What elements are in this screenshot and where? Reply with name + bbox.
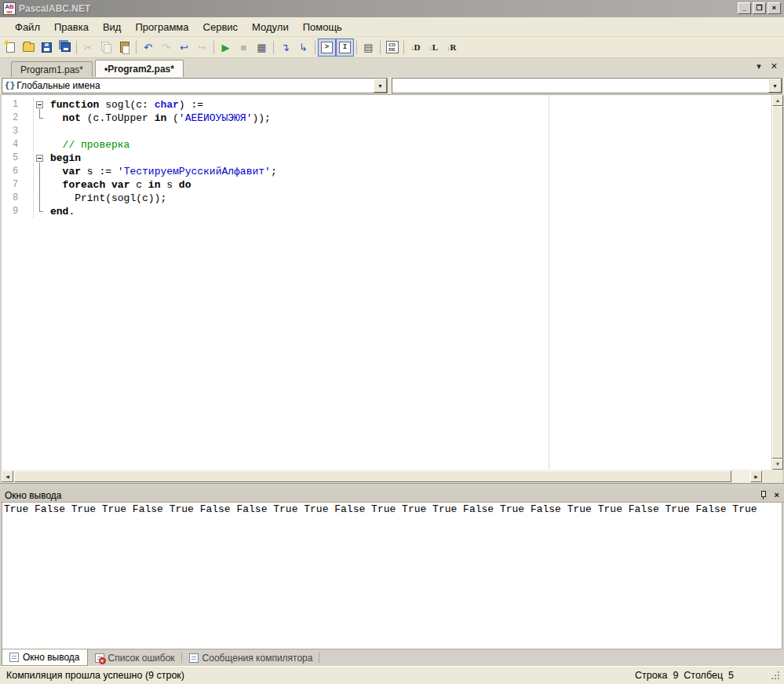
code-structure-button[interactable]: ▤ bbox=[359, 38, 377, 57]
step-into-button-icon: ↳ bbox=[299, 42, 308, 53]
menu-item-4[interactable]: Программа bbox=[128, 19, 195, 35]
scrollbar-corner bbox=[763, 470, 782, 483]
editor-tab-1[interactable]: Program1.pas* bbox=[11, 61, 93, 77]
run-button-icon: ▶ bbox=[222, 42, 230, 53]
scope-combobox-arrow-icon[interactable]: ▼ bbox=[374, 79, 387, 93]
fold-margin[interactable] bbox=[33, 152, 46, 165]
copy-button bbox=[97, 38, 115, 57]
menu-item-1[interactable]: Файл bbox=[8, 19, 47, 35]
goto-realization-button-icon: ↓R bbox=[447, 43, 457, 52]
menu-item-3[interactable]: Вид bbox=[96, 19, 129, 35]
code-line-9: 9end. bbox=[2, 205, 771, 218]
scroll-right-button[interactable]: ▶ bbox=[750, 470, 762, 482]
panel-splitter[interactable] bbox=[0, 483, 784, 488]
toolbar-separator bbox=[76, 41, 77, 54]
code-snippet-button[interactable]: CODE bbox=[383, 38, 401, 57]
tab-close-icon[interactable]: ✕ bbox=[771, 62, 778, 71]
bottom-tab-label: Окно вывода bbox=[23, 652, 80, 663]
code-text: not (c.ToUpper in ('АЕЁИОУЫЭЮЯ')); bbox=[46, 112, 271, 125]
cut-button-icon: ✂ bbox=[84, 42, 93, 53]
open-button[interactable] bbox=[20, 38, 38, 57]
output-panel-content[interactable]: True False True True False True False Fa… bbox=[2, 503, 782, 649]
save-button-icon bbox=[42, 42, 52, 53]
out-tab-icon bbox=[9, 653, 19, 662]
fold-collapse-icon[interactable] bbox=[36, 101, 43, 108]
save-all-button[interactable] bbox=[56, 38, 74, 57]
bottom-tab-3[interactable]: Сообщения компилятора bbox=[182, 649, 320, 666]
save-button[interactable] bbox=[38, 38, 56, 57]
code-line-3: 3 bbox=[2, 125, 771, 138]
bottom-tab-2[interactable]: Список ошибок bbox=[88, 649, 182, 666]
tab-list-dropdown-icon[interactable]: ▾ bbox=[757, 62, 761, 71]
status-bar: Компиляция прошла успешно (9 строк) Стро… bbox=[0, 666, 784, 684]
scope-combobox[interactable]: {} Глобальные имена ▼ bbox=[2, 78, 388, 93]
run-button[interactable]: ▶ bbox=[217, 38, 235, 57]
output-panel-title: Окно вывода bbox=[5, 490, 760, 501]
column-label: Столбец bbox=[684, 670, 723, 681]
code-snippet-button-icon: CODE bbox=[386, 41, 399, 53]
bottom-tab-bar: Окно выводаСписок ошибокСообщения компил… bbox=[0, 649, 784, 666]
bottom-tab-1[interactable]: Окно вывода bbox=[2, 649, 88, 666]
line-number: 4 bbox=[2, 138, 33, 152]
paste-button[interactable] bbox=[115, 38, 133, 57]
goto-declaration-button[interactable]: ↓L bbox=[425, 38, 443, 57]
close-button[interactable]: × bbox=[768, 2, 781, 14]
fold-line bbox=[39, 165, 40, 178]
fold-collapse-icon[interactable] bbox=[36, 155, 43, 162]
output-panel-header: Окно вывода × bbox=[0, 488, 784, 503]
code-text: // проверка bbox=[46, 138, 129, 152]
fold-margin[interactable] bbox=[33, 98, 46, 112]
toolbar: ✂↶↷↩↪▶■▦↴↳>I▤CODE↓D↓L↓R bbox=[0, 37, 784, 58]
fold-margin bbox=[33, 112, 46, 125]
fold-margin bbox=[33, 125, 46, 138]
undo-button[interactable]: ↶ bbox=[139, 38, 157, 57]
minimize-button[interactable]: _ bbox=[738, 2, 751, 14]
fold-margin bbox=[33, 192, 46, 205]
nav-back-button[interactable]: ↩ bbox=[175, 38, 193, 57]
code-line-7: 7 foreach var c in s do bbox=[2, 178, 771, 192]
toolbar-separator bbox=[213, 41, 214, 54]
goto-definition-button[interactable]: ↓D bbox=[407, 38, 425, 57]
line-number: 9 bbox=[2, 205, 33, 218]
menu-item-2[interactable]: Правка bbox=[47, 19, 96, 35]
editor-tab-2[interactable]: •Program2.pas* bbox=[95, 60, 184, 77]
maximize-button[interactable]: ❐ bbox=[753, 2, 766, 14]
goto-realization-button[interactable]: ↓R bbox=[443, 38, 461, 57]
menu-item-5[interactable]: Сервис bbox=[196, 19, 246, 35]
pin-icon[interactable] bbox=[760, 491, 767, 499]
console-window-toggle[interactable]: > bbox=[318, 38, 336, 57]
console-window-toggle-icon: > bbox=[321, 42, 333, 53]
vertical-scroll-thumb[interactable] bbox=[772, 106, 783, 459]
redo-button-icon: ↷ bbox=[162, 42, 170, 53]
fold-end-tick bbox=[39, 211, 43, 212]
fold-line bbox=[39, 192, 40, 205]
step-into-button[interactable]: ↳ bbox=[294, 38, 312, 57]
step-over-button[interactable]: ↴ bbox=[276, 38, 294, 57]
title-bar: АВ net PascalABC.NET _ ❐ × bbox=[0, 0, 784, 17]
input-window-toggle[interactable]: I bbox=[336, 38, 354, 57]
code-line-5: 5begin bbox=[2, 152, 771, 165]
bottom-tab-label: Список ошибок bbox=[108, 653, 175, 664]
horizontal-scrollbar[interactable]: ◀ ▶ bbox=[2, 470, 782, 483]
scroll-down-button[interactable]: ▼ bbox=[772, 459, 783, 470]
scroll-left-button[interactable]: ◀ bbox=[2, 470, 13, 482]
scroll-up-button[interactable]: ▲ bbox=[772, 95, 783, 106]
editor-tab-bar: Program1.pas*•Program2.pas* ▾ ✕ bbox=[0, 58, 784, 77]
code-line-2: 2 not (c.ToUpper in ('АЕЁИОУЫЭЮЯ')); bbox=[2, 112, 771, 125]
toolbar-separator bbox=[356, 41, 357, 54]
code-text: foreach var c in s do bbox=[46, 178, 191, 192]
navigator-row: {} Глобальные имена ▼ ▼ bbox=[0, 77, 784, 94]
member-combobox-arrow-icon[interactable]: ▼ bbox=[768, 79, 782, 93]
horizontal-scroll-thumb[interactable] bbox=[14, 470, 731, 482]
output-close-icon[interactable]: × bbox=[775, 491, 779, 499]
menu-item-6[interactable]: Модули bbox=[245, 19, 296, 35]
new-file-button[interactable] bbox=[2, 38, 20, 57]
resize-grip-icon[interactable] bbox=[771, 671, 781, 681]
member-combobox[interactable]: ▼ bbox=[392, 78, 782, 93]
compile-button[interactable]: ▦ bbox=[253, 38, 271, 57]
menu-item-7[interactable]: Помощь bbox=[296, 19, 349, 35]
toolbar-separator bbox=[403, 41, 404, 54]
caret-position: Строка 9 Столбец 5 bbox=[635, 667, 734, 684]
vertical-scrollbar[interactable]: ▲ ▼ bbox=[771, 95, 782, 470]
code-editor[interactable]: 1function sogl(c: char) :=2 not (c.ToUpp… bbox=[2, 95, 771, 470]
